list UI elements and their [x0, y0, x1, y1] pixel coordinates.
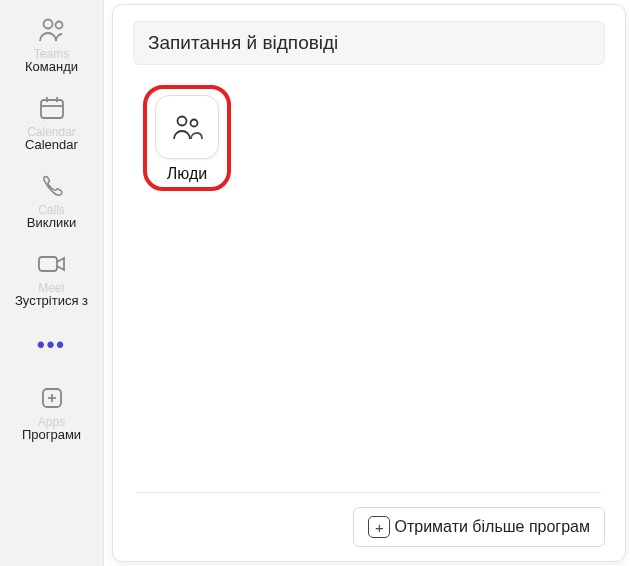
tile-people-highlighted[interactable]: Люди: [143, 85, 231, 191]
tile-label: Люди: [167, 165, 207, 183]
app-root: Teams Команди Calendar Calendar Cal: [0, 0, 630, 566]
sidebar-item-teams[interactable]: Teams Команди: [0, 4, 103, 82]
svg-point-10: [178, 117, 187, 126]
popover-footer: + Отримати більше програм: [133, 507, 605, 547]
sidebar-label: Зустрітися з: [15, 293, 88, 308]
sidebar-item-meet[interactable]: Meet Зустрітися з: [0, 238, 103, 316]
sidebar-label: Calendar: [25, 137, 78, 152]
search-text: Запитання й відповіді: [148, 32, 338, 53]
sidebar-item-apps[interactable]: Apps Програми: [0, 372, 103, 450]
main-area: Запитання й відповіді Люди: [104, 0, 630, 566]
search-input[interactable]: Запитання й відповіді: [133, 21, 605, 65]
video-icon: [37, 249, 67, 279]
sidebar-label: Виклики: [27, 215, 77, 230]
apps-popover: Запитання й відповіді Люди: [112, 4, 626, 562]
phone-icon: [37, 171, 67, 201]
svg-point-0: [43, 19, 52, 28]
sidebar-item-calls[interactable]: Calls Виклики: [0, 160, 103, 238]
left-rail: Teams Команди Calendar Calendar Cal: [0, 0, 104, 566]
more-icon: •••: [37, 330, 67, 360]
sidebar-item-calendar[interactable]: Calendar Calendar: [0, 82, 103, 160]
plus-box-icon: +: [368, 516, 390, 538]
apps-plus-icon: [37, 383, 67, 413]
divider: [137, 492, 601, 493]
tile-people: [155, 95, 219, 159]
app-tiles: Люди: [133, 65, 605, 492]
calendar-icon: [37, 93, 67, 123]
teams-icon: [37, 15, 67, 45]
sidebar-label: Команди: [25, 59, 78, 74]
svg-point-11: [191, 120, 198, 127]
people-icon: [170, 113, 204, 141]
sidebar-item-more[interactable]: •••: [0, 316, 103, 372]
sidebar-label: Програми: [22, 427, 81, 442]
svg-rect-2: [41, 100, 63, 118]
get-more-label: Отримати більше програм: [394, 518, 590, 536]
svg-point-1: [55, 21, 62, 28]
svg-rect-6: [39, 257, 57, 271]
get-more-apps-button[interactable]: + Отримати більше програм: [353, 507, 605, 547]
